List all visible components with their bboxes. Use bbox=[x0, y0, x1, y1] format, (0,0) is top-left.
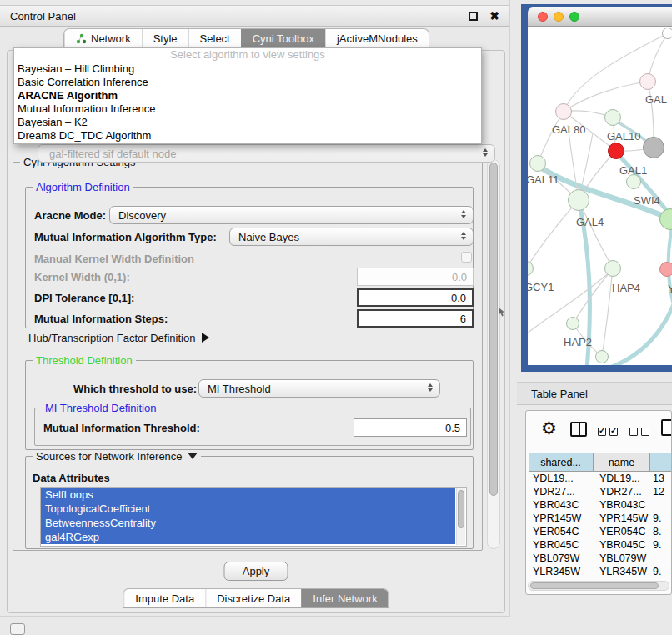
settings-scrollbar-thumb[interactable] bbox=[489, 162, 498, 496]
table-cell[interactable]: YLR345W bbox=[529, 565, 594, 578]
table-cell[interactable]: YIL052C bbox=[594, 578, 650, 580]
dropdown-item[interactable]: Bayesian – Hill Climbing bbox=[14, 62, 481, 76]
dropdown-item[interactable]: Mutual Information Inference bbox=[14, 102, 481, 116]
gear-icon[interactable]: ⚙ bbox=[541, 419, 557, 438]
table-row[interactable]: YDR27... YDR27... 12 bbox=[529, 485, 672, 498]
network-node[interactable] bbox=[659, 262, 672, 277]
apply-button[interactable]: Apply bbox=[224, 562, 288, 581]
close-icon[interactable]: ✖ bbox=[489, 12, 499, 21]
table-cell[interactable]: 13 bbox=[650, 472, 672, 485]
table-cell[interactable]: 9. bbox=[650, 538, 672, 552]
traffic-light-minimize-icon[interactable] bbox=[554, 12, 564, 22]
table-cell[interactable]: YDL19... bbox=[594, 472, 650, 485]
table-row[interactable]: YDL19... YDL19... 13 bbox=[529, 472, 672, 485]
tab[interactable]: Impute Data bbox=[123, 589, 205, 608]
network-node[interactable] bbox=[643, 137, 664, 158]
table-cell[interactable]: YLR345W bbox=[594, 565, 650, 578]
manual-kernel-checkbox[interactable] bbox=[461, 252, 472, 262]
table-row[interactable]: YIL052C YIL052C 9 bbox=[529, 578, 672, 580]
network-node[interactable] bbox=[626, 174, 641, 189]
network-window-titlebar[interactable] bbox=[528, 8, 672, 27]
network-node[interactable] bbox=[604, 109, 621, 126]
table-cell[interactable]: YBR043C bbox=[594, 498, 650, 512]
table-cell[interactable]: 9. bbox=[650, 565, 672, 578]
float-window-icon[interactable] bbox=[469, 12, 478, 21]
table-row[interactable]: YER054C YER054C 8. bbox=[529, 525, 672, 538]
table-cell[interactable]: 12 bbox=[650, 485, 672, 498]
deselect-all-columns-icon[interactable] bbox=[629, 424, 653, 439]
network-node[interactable] bbox=[608, 142, 624, 159]
tab[interactable]: Discretize Data bbox=[205, 589, 301, 608]
network-node[interactable] bbox=[555, 103, 572, 120]
table-cell[interactable]: YBL079W bbox=[529, 552, 594, 565]
tab[interactable]: Cyni Toolbox bbox=[241, 29, 325, 48]
table-row[interactable]: YBR043C YBR043C bbox=[529, 498, 672, 512]
list-scrollbar-thumb[interactable] bbox=[458, 490, 464, 528]
kernel-width-input[interactable]: 0.0 bbox=[357, 268, 474, 286]
table-cell[interactable]: 8. bbox=[650, 525, 672, 538]
table-cell[interactable]: YDR27... bbox=[529, 485, 594, 498]
table-row[interactable]: YLR345W YLR345W 9. bbox=[529, 565, 672, 578]
table-cell[interactable]: YBL079W bbox=[594, 552, 650, 565]
table-cell[interactable]: YDR27... bbox=[594, 485, 650, 498]
table-scrollbar-thumb[interactable] bbox=[530, 582, 659, 589]
settings-scrollbar[interactable] bbox=[487, 159, 500, 549]
dropdown-item[interactable]: Dream8 DC_TDC Algorithm bbox=[14, 129, 481, 142]
select-all-columns-icon[interactable] bbox=[598, 424, 621, 439]
mi-threshold-input[interactable]: 0.5 bbox=[354, 418, 467, 437]
table-cell[interactable]: YER054C bbox=[594, 525, 650, 538]
dropdown-item[interactable]: Bayesian – K2 bbox=[14, 116, 481, 129]
dpi-tolerance-input[interactable]: 0.0 bbox=[357, 288, 474, 307]
network-node[interactable] bbox=[639, 73, 656, 90]
column-header[interactable]: name bbox=[594, 452, 650, 472]
mi-steps-input[interactable]: 6 bbox=[357, 309, 474, 328]
network-node[interactable] bbox=[604, 260, 621, 277]
mi-type-combo[interactable]: Naive Bayes bbox=[229, 228, 474, 246]
dropdown-item[interactable]: Basic Correlation Inference bbox=[14, 76, 481, 89]
table-cell[interactable] bbox=[650, 498, 672, 512]
floating-panel-icon[interactable] bbox=[10, 623, 25, 635]
sources-group-title[interactable]: Sources for Network Inference bbox=[33, 450, 201, 462]
table-row[interactable]: YBL079W YBL079W bbox=[529, 552, 672, 565]
table-row[interactable]: YBR045C YBR045C 9. bbox=[529, 538, 672, 552]
list-scrollbar[interactable] bbox=[456, 488, 465, 545]
hub-section-toggle[interactable]: Hub/Transcription Factor Definition bbox=[28, 332, 209, 344]
list-item[interactable]: BetweennessCentrality bbox=[41, 516, 455, 530]
split-columns-icon[interactable] bbox=[570, 422, 587, 437]
table-cell[interactable]: 9 bbox=[650, 578, 672, 580]
table-horizontal-scrollbar[interactable] bbox=[528, 581, 669, 591]
tab[interactable]: Select bbox=[188, 29, 241, 48]
list-item[interactable]: SelfLoops bbox=[41, 488, 455, 502]
dropdown-item[interactable]: ARACNE Algorithm bbox=[14, 89, 481, 102]
tab[interactable]: jActiveMNodules bbox=[325, 29, 429, 48]
table-cell[interactable]: YIL052C bbox=[529, 578, 594, 580]
table-cell[interactable]: 9. bbox=[650, 512, 672, 525]
tab[interactable]: Infer Network bbox=[301, 589, 388, 608]
network-node[interactable] bbox=[566, 317, 579, 330]
table-cell[interactable]: YBR043C bbox=[529, 498, 594, 512]
which-threshold-combo[interactable]: MI Threshold bbox=[198, 379, 440, 398]
table-cell[interactable]: YBR045C bbox=[594, 538, 650, 552]
traffic-light-zoom-icon[interactable] bbox=[569, 12, 579, 22]
table-cell[interactable]: YER054C bbox=[529, 525, 594, 538]
tab[interactable]: Network bbox=[64, 29, 142, 48]
aracne-mode-combo[interactable]: Discovery bbox=[109, 206, 474, 224]
network-node[interactable] bbox=[529, 155, 546, 172]
table-cell[interactable]: YPR145W bbox=[529, 512, 594, 525]
list-item[interactable]: TopologicalCoefficient bbox=[41, 502, 455, 516]
network-node[interactable] bbox=[595, 350, 609, 363]
tab[interactable]: Style bbox=[142, 29, 188, 48]
table-row[interactable]: YPR145W YPR145W 9. bbox=[529, 512, 672, 525]
list-item[interactable]: gal4RGexp bbox=[41, 530, 455, 544]
table-cell[interactable]: YDL19... bbox=[529, 472, 594, 485]
network-selector-combo[interactable]: gal-filtered sif default node bbox=[38, 144, 495, 162]
column-header[interactable] bbox=[650, 452, 672, 472]
network-canvas[interactable]: GALGAL80GAL10GAL1GAL11SWI4GAL4GCY1HAP4YH… bbox=[528, 27, 672, 365]
table-cell[interactable]: YBR045C bbox=[529, 538, 594, 552]
network-node[interactable] bbox=[568, 189, 589, 211]
table-cell[interactable]: YPR145W bbox=[594, 512, 650, 525]
column-header[interactable]: shared... bbox=[529, 452, 594, 472]
document-icon[interactable] bbox=[661, 419, 672, 436]
network-node[interactable] bbox=[662, 28, 672, 39]
traffic-light-close-icon[interactable] bbox=[538, 12, 548, 22]
